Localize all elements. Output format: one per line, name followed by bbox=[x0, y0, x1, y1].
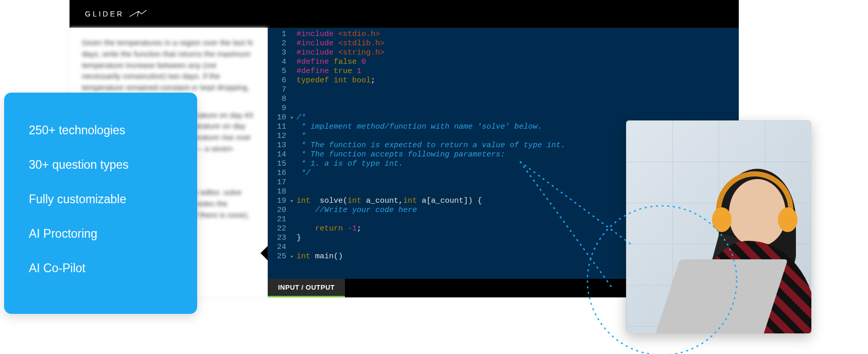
glider-logo-icon bbox=[129, 9, 147, 19]
feature-item: 30+ question types bbox=[29, 158, 172, 172]
feature-item: AI Proctoring bbox=[29, 227, 172, 241]
editor-gutter: 1234567891011121314151617181920212223242… bbox=[268, 28, 289, 297]
headphones-icon bbox=[716, 171, 793, 218]
feature-item: AI Co-Pilot bbox=[29, 261, 172, 275]
io-tab[interactable]: INPUT / OUTPUT bbox=[268, 279, 345, 297]
feature-item: 250+ technologies bbox=[29, 123, 172, 137]
app-header: GLIDER bbox=[70, 0, 739, 28]
feature-card: 250+ technologies 30+ question types Ful… bbox=[4, 93, 197, 314]
proctoring-webcam-card bbox=[626, 120, 811, 333]
feature-list: 250+ technologies 30+ question types Ful… bbox=[29, 123, 172, 275]
brand-name: GLIDER bbox=[85, 10, 124, 18]
candidate-illustration bbox=[683, 158, 811, 333]
panel-collapse-handle[interactable] bbox=[261, 246, 268, 260]
feature-item: Fully customizable bbox=[29, 192, 172, 206]
